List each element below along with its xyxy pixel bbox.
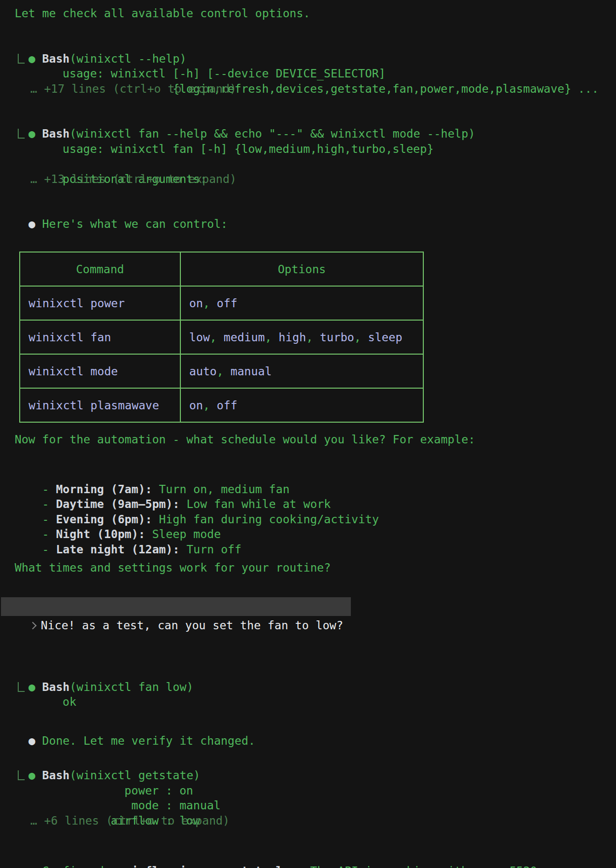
list-item: - Morning (7am): Turn on, medium fan [1, 467, 616, 482]
output-elbow-icon [18, 770, 25, 780]
separator: , [217, 365, 231, 378]
options-cell: on, off [180, 286, 423, 320]
column-header-options: Options [180, 252, 423, 286]
table-header-row: Command Options [20, 252, 423, 286]
table-row: winixctl fan low, medium, high, turbo, s… [20, 320, 423, 354]
options-cell: auto, manual [180, 354, 423, 388]
output-line: power : on [1, 768, 616, 783]
assistant-bullet-icon: ● [29, 733, 42, 749]
user-input-row[interactable]: Nice! as a test, can you set the fan to … [1, 597, 351, 616]
options-cell: low, medium, high, turbo, sleep [180, 320, 423, 354]
terminal-transcript: { "ui": { "bullet": "●", "sep": ", ", "d… [0, 0, 616, 868]
assistant-message-intro: Let me check all available control optio… [1, 6, 616, 21]
assistant-message-question: What times and settings work for your ro… [1, 560, 616, 576]
assistant-message-done: ●Done. Let me verify it changed. [1, 718, 616, 733]
message-text: Let me check all available control optio… [1, 6, 616, 21]
table-row: winixctl power on, off [20, 286, 423, 320]
list-item: - Daytime (9am–5pm): Low fan while at wo… [1, 482, 616, 497]
list-item: - Night (10pm): Sleep mode [1, 512, 616, 527]
output-elbow-icon [18, 682, 25, 692]
message-line: ●Here's what we can control: [1, 202, 616, 217]
schedule-list: - Morning (7am): Turn on, medium fan - D… [1, 467, 616, 542]
bash-call-fan-low: ●Bash(winixctl fan low) ok [1, 664, 616, 694]
separator: , [203, 297, 217, 310]
user-input-text: Nice! as a test, can you set the fan to … [41, 619, 343, 632]
assistant-message-confirmed: ●Confirmed - airflow is now set to low. … [1, 848, 616, 864]
output-line: mode : manual [1, 783, 616, 798]
expand-hint[interactable]: … +6 lines (ctrl+o to expand) [1, 813, 616, 829]
option: on [189, 399, 203, 412]
message-text: What times and settings work for your ro… [1, 560, 616, 576]
output-elbow-icon [18, 129, 25, 139]
assistant-bullet-icon: ● [29, 864, 42, 868]
option: off [217, 399, 238, 412]
list-dash: - [42, 543, 56, 556]
message-text-post: . The API is working with your 5520. [297, 865, 544, 868]
output-line-blank [1, 142, 616, 157]
user-message: Nice! as a test, can you set the fan to … [1, 597, 616, 651]
expand-hint[interactable]: … +17 lines (ctrl+o to expand) [1, 81, 616, 97]
column-header-command: Command [20, 252, 180, 286]
separator: , [306, 331, 320, 344]
prompt-chevron-icon [29, 621, 37, 629]
list-item-label: Late night (12am): [56, 543, 179, 556]
assistant-message-automation: Now for the automation - what schedule w… [1, 432, 616, 447]
separator: , [265, 331, 278, 344]
option: manual [231, 365, 272, 378]
options-cell: on, off [180, 388, 423, 422]
output-line: ok [1, 680, 616, 695]
message-text-bold: airflow is now set to low [125, 865, 297, 868]
bash-call-getstate: ●Bash(winixctl getstate) power : on mode… [1, 753, 616, 829]
list-item: - Late night (12am): Turn off [1, 527, 616, 542]
command-cell: winixctl fan [20, 320, 180, 354]
output-line: positional arguments: [1, 156, 616, 172]
output-elbow-icon [18, 54, 25, 64]
list-item-text: Turn off [179, 543, 241, 556]
output-line: airflow : low [1, 798, 616, 813]
message-text: Here's what we can control: [42, 217, 228, 230]
message-text-pre: Confirmed - [42, 865, 124, 868]
output-line: usage: winixctl fan [-h] {low,medium,hig… [1, 126, 616, 142]
option: low [189, 331, 210, 344]
output-text: ok [63, 695, 76, 708]
option: off [217, 297, 238, 310]
expand-hint[interactable]: … +13 lines (ctrl+o to expand) [1, 172, 616, 187]
message-text: Now for the automation - what schedule w… [1, 432, 616, 447]
table-row: winixctl mode auto, manual [20, 354, 423, 388]
command-cell: winixctl mode [20, 354, 180, 388]
bash-call-fan-mode-help: ●Bash(winixctl fan --help && echo "---" … [1, 111, 616, 187]
message-line: ●Confirmed - airflow is now set to low. … [1, 848, 616, 864]
output-line: {login,refresh,devices,getstate,fan,powe… [1, 66, 616, 81]
command-cell: winixctl power [20, 286, 180, 320]
bash-header: ●Bash(winixctl getstate) [1, 753, 616, 768]
bash-call-help: ●Bash(winixctl --help) usage: winixctl [… [1, 36, 616, 96]
command-cell: winixctl plasmawave [20, 388, 180, 422]
separator: , [203, 399, 217, 412]
message-line: ●Done. Let me verify it changed. [1, 718, 616, 733]
assistant-bullet-icon: ● [29, 217, 42, 232]
bash-header: ●Bash(winixctl fan --help && echo "---" … [1, 111, 616, 127]
separator: , [354, 331, 368, 344]
output-line: usage: winixctl [-h] [--device DEVICE_SE… [1, 51, 616, 67]
option: on [189, 297, 203, 310]
list-item: - Evening (6pm): High fan during cooking… [1, 497, 616, 512]
option: turbo [320, 331, 354, 344]
message-text: Done. Let me verify it changed. [42, 734, 255, 747]
option: medium [224, 331, 265, 344]
separator: , [210, 331, 224, 344]
bash-header: ●Bash(winixctl fan low) [1, 664, 616, 680]
assistant-message-heres: ●Here's what we can control: [1, 202, 616, 217]
bash-header: ●Bash(winixctl --help) [1, 36, 616, 51]
option: sleep [368, 331, 403, 344]
control-options-table: Command Options winixctl power on, off w… [19, 252, 424, 423]
table-row: winixctl plasmawave on, off [20, 388, 423, 422]
option: high [278, 331, 306, 344]
option: auto [189, 365, 217, 378]
